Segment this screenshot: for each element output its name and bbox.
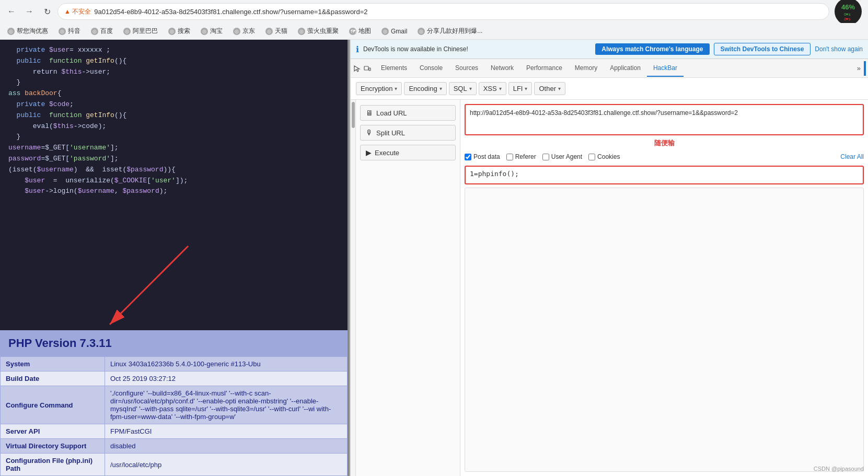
cursor-tool-icon[interactable]	[353, 64, 361, 73]
bookmark-share[interactable]: ◎ 分享几款好用到爆...	[414, 26, 485, 37]
bookmark-gmail[interactable]: ◎ Gmail	[378, 27, 410, 36]
map-icon: 🗺	[349, 28, 356, 35]
encoding-arrow-icon: ▾	[439, 86, 442, 91]
hackbar-body: 🖥 Load URL 🎙 Split URL ▶ Execute	[351, 100, 868, 476]
bookmark-huochong[interactable]: ◎ 萤火虫重聚	[295, 26, 342, 37]
tab-console[interactable]: Console	[413, 60, 449, 77]
address-text: 9a012d54-e8b9-4012-a53a-8d25403f3f81.cha…	[94, 8, 367, 16]
table-row: System Linux 3403a162336b 5.4.0-100-gene…	[1, 357, 348, 371]
lfi-dropdown[interactable]: LFI ▾	[508, 82, 533, 95]
other-dropdown[interactable]: Other ▾	[534, 82, 565, 95]
bookmark-search[interactable]: ◎ 搜索	[165, 26, 193, 37]
table-cell-value: disabled	[105, 439, 348, 454]
post-data-input[interactable]: 1=phpinfo();	[465, 166, 864, 184]
bookmark-map[interactable]: 🗺 地图	[346, 26, 374, 37]
referer-label: Referer	[515, 153, 536, 160]
table-cell-value: FPM/FastCGI	[105, 424, 348, 439]
bookmark-icon: ◎	[168, 28, 176, 35]
post-data-label: Post data	[473, 153, 500, 160]
forward-button[interactable]: →	[22, 4, 37, 19]
address-bar[interactable]: ▲ 不安全 9a012d54-e8b9-4012-a53a-8d25403f3f…	[57, 3, 829, 20]
bookmark-taobao[interactable]: ◎ 淘宝	[198, 26, 226, 37]
table-cell-value: Linux 3403a162336b 5.4.0-100-generic #11…	[105, 357, 348, 371]
hackbar-controls: 🖥 Load URL 🎙 Split URL ▶ Execute	[351, 100, 460, 476]
sql-dropdown[interactable]: SQL ▾	[449, 82, 477, 95]
referer-checkbox-item[interactable]: Referer	[506, 153, 536, 160]
user-agent-checkbox-item[interactable]: User Agent	[542, 153, 582, 160]
tab-hackbar[interactable]: HackBar	[647, 60, 684, 77]
tab-network[interactable]: Network	[484, 60, 520, 77]
reload-button[interactable]: ↻	[40, 4, 54, 19]
xss-arrow-icon: ▾	[499, 86, 502, 91]
bookmark-tmall[interactable]: ◎ 天猫	[262, 26, 291, 37]
tab-sources[interactable]: Sources	[449, 60, 484, 77]
php-info-panel: PHP Version 7.3.11 System Linux 3403a162…	[0, 330, 348, 476]
bookmark-alibaba[interactable]: ◎ 阿里巴巴	[120, 26, 161, 37]
post-data-checkbox[interactable]	[465, 154, 471, 160]
svg-text:46%: 46%	[841, 3, 855, 11]
bookmark-jd[interactable]: ◎ 京东	[230, 26, 258, 37]
table-cell-key: Virtual Directory Support	[1, 439, 105, 454]
clear-all-button[interactable]: Clear All	[840, 153, 864, 160]
bookmark-baidu[interactable]: ◎ 百度	[88, 26, 116, 37]
lfi-arrow-icon: ▾	[525, 86, 527, 91]
cookies-checkbox[interactable]	[588, 154, 595, 160]
bookmark-youhui[interactable]: ◎ 帮您淘优惠	[4, 26, 51, 37]
other-label: Other	[539, 85, 556, 92]
csdn-watermark: CSDN @pipasound	[814, 466, 864, 472]
bookmark-label: 京东	[242, 27, 255, 36]
scroll-handle[interactable]	[352, 102, 355, 128]
bookmark-icon: ◎	[233, 28, 240, 35]
svg-text:0▾s: 0▾s	[844, 12, 850, 17]
php-version-header: PHP Version 7.3.11	[0, 330, 348, 356]
main-area: private $user= xxxxxx ; public function …	[0, 40, 868, 476]
table-cell-key: System	[1, 357, 105, 371]
other-arrow-icon: ▾	[558, 86, 561, 91]
post-data-checkbox-item[interactable]: Post data	[465, 153, 500, 160]
bookmark-icon: ◎	[123, 28, 131, 35]
tab-performance[interactable]: Performance	[520, 60, 569, 77]
encryption-label: Encryption	[361, 85, 392, 92]
extra-data-area[interactable]	[465, 188, 864, 472]
devtools-resize-handle[interactable]	[864, 61, 866, 76]
php-info-table: System Linux 3403a162336b 5.4.0-100-gene…	[0, 356, 348, 476]
table-cell-key: Build Date	[1, 371, 105, 386]
bookmark-douyin[interactable]: ◎ 抖音	[55, 26, 84, 37]
encryption-dropdown[interactable]: Encryption ▾	[356, 82, 402, 95]
table-row: Configuration File (php.ini) Path /usr/l…	[1, 454, 348, 476]
xss-dropdown[interactable]: XSS ▾	[479, 82, 506, 95]
suibian-label: 随便输	[465, 138, 864, 148]
bookmark-label: 百度	[100, 27, 113, 36]
table-row: Configure Command './configure' '--build…	[1, 386, 348, 424]
table-cell-key: Configuration File (php.ini) Path	[1, 454, 105, 476]
back-button[interactable]: ←	[4, 4, 19, 19]
split-url-label: Split URL	[376, 129, 405, 137]
url-input[interactable]: http://9a012d54-e8b9-4012-a53a-8d25403f3…	[465, 104, 864, 135]
table-row: Build Date Oct 25 2019 03:27:12	[1, 371, 348, 386]
referer-checkbox[interactable]	[506, 154, 513, 160]
tab-application[interactable]: Application	[604, 60, 647, 77]
svg-marker-6	[354, 66, 360, 72]
tab-memory[interactable]: Memory	[569, 60, 604, 77]
device-toggle-icon[interactable]	[363, 64, 372, 73]
tab-elements[interactable]: Elements	[375, 60, 413, 77]
devtools-panel: ℹ DevTools is now available in Chinese! …	[350, 40, 868, 476]
cookies-checkbox-item[interactable]: Cookies	[588, 153, 620, 160]
execute-button[interactable]: ▶ Execute	[360, 145, 456, 160]
bookmark-label: 帮您淘优惠	[17, 27, 48, 36]
dont-show-link[interactable]: Don't show again	[815, 45, 863, 53]
encoding-dropdown[interactable]: Encoding ▾	[404, 82, 446, 95]
user-agent-checkbox[interactable]	[542, 154, 549, 160]
sql-label: SQL	[454, 85, 467, 92]
match-language-button[interactable]: Always match Chrome's language	[595, 43, 709, 55]
left-panel: private $user= xxxxxx ; public function …	[0, 40, 348, 476]
xss-label: XSS	[483, 85, 497, 92]
switch-chinese-button[interactable]: Switch DevTools to Chinese	[714, 43, 811, 55]
bookmark-icon: ◎	[381, 28, 389, 35]
split-url-button[interactable]: 🎙 Split URL	[360, 125, 456, 141]
scroll-area[interactable]	[351, 100, 356, 476]
more-tabs-icon[interactable]: »	[854, 60, 864, 76]
cookies-label: Cookies	[597, 153, 620, 160]
load-url-button[interactable]: 🖥 Load URL	[360, 105, 456, 121]
table-row: Virtual Directory Support disabled	[1, 439, 348, 454]
